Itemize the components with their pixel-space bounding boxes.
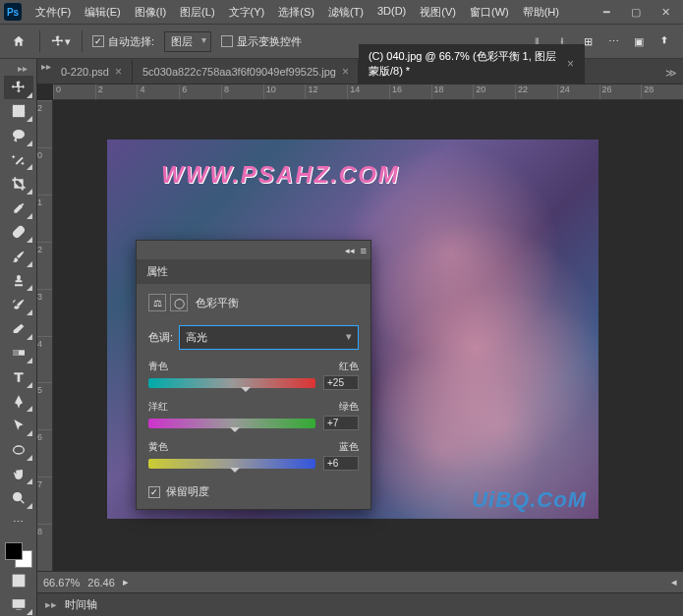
- expand-tools-icon[interactable]: ▸▸: [16, 63, 22, 75]
- fg-color[interactable]: [5, 542, 23, 560]
- status-arrow-icon[interactable]: ▸: [123, 576, 129, 588]
- properties-panel: ◂◂ ≡ 属性 ⚖ ◯ 色彩平衡 色调: 高光: [136, 240, 371, 510]
- slider-thumb[interactable]: [230, 468, 240, 477]
- healing-tool[interactable]: [4, 221, 33, 245]
- maximize-button[interactable]: ▢: [622, 1, 650, 23]
- path-select-tool[interactable]: [4, 414, 33, 437]
- ruler-vertical: 2012345678: [37, 100, 53, 571]
- preserve-luminosity[interactable]: 保留明度: [148, 484, 359, 499]
- menu-layer[interactable]: 图层(L): [174, 2, 220, 23]
- slider-yellow-blue: 黄色蓝色: [148, 440, 359, 471]
- doc-tab-active[interactable]: (C) 040.jpg @ 66.7% (色彩平衡 1, 图层蒙版/8) * ×: [359, 44, 585, 84]
- minimize-button[interactable]: ━: [593, 1, 620, 23]
- expand-tabs-icon[interactable]: ▸▸: [39, 61, 45, 73]
- menu-view[interactable]: 视图(V): [414, 2, 462, 23]
- main-content: ▸▸ 0-220.psd × 5c030a822c758aa3f6f09049e…: [37, 59, 683, 616]
- svg-point-8: [15, 577, 22, 584]
- auto-select-check[interactable]: 自动选择:: [92, 34, 154, 49]
- color-swatch[interactable]: [5, 542, 32, 567]
- stamp-tool[interactable]: [4, 269, 33, 293]
- scroll-left-icon[interactable]: ◂: [671, 576, 677, 588]
- slider-track[interactable]: [148, 378, 315, 388]
- canvas-area: 0246810121416182022242628 2012345678 WWW…: [37, 84, 683, 571]
- magic-wand-tool[interactable]: [4, 148, 33, 172]
- slider-thumb[interactable]: [241, 387, 251, 397]
- slider-cyan-red: 青色红色: [148, 360, 359, 390]
- type-tool[interactable]: [4, 365, 33, 389]
- menu-window[interactable]: 窗口(W): [464, 2, 515, 23]
- ruler-horizontal: 0246810121416182022242628: [53, 84, 683, 100]
- panel-menu-icon[interactable]: ≡: [361, 245, 367, 256]
- gradient-tool[interactable]: [4, 342, 33, 365]
- brush-tool[interactable]: [4, 245, 33, 268]
- menu-help[interactable]: 帮助(H): [517, 2, 565, 23]
- zoom-value[interactable]: 66.67%: [43, 577, 80, 588]
- panel-header[interactable]: ◂◂ ≡: [137, 241, 370, 260]
- watermark-top: WWW.PSAHZ.COM: [161, 161, 400, 189]
- lasso-tool[interactable]: [4, 124, 33, 147]
- slider-track[interactable]: [148, 419, 315, 428]
- eyedropper-tool[interactable]: [4, 196, 33, 220]
- adjustment-name: 色彩平衡: [196, 296, 239, 310]
- balance-icon: ⚖: [148, 294, 166, 311]
- svg-point-5: [13, 446, 24, 454]
- tool-panel: ▸▸ ⋯: [0, 59, 37, 616]
- checkbox-icon[interactable]: [221, 35, 233, 47]
- timeline-panel[interactable]: ▸▸ 时间轴: [37, 592, 683, 616]
- svg-rect-4: [13, 351, 19, 356]
- share-icon[interactable]: [654, 30, 675, 52]
- history-brush-tool[interactable]: [4, 293, 33, 316]
- doc-tab[interactable]: 0-220.psd ×: [51, 60, 133, 84]
- slider-value[interactable]: [323, 375, 359, 390]
- tone-label: 色调:: [148, 330, 173, 345]
- menu-file[interactable]: 文件(F): [29, 2, 77, 23]
- close-icon[interactable]: ×: [342, 65, 349, 79]
- home-icon[interactable]: [8, 30, 29, 52]
- close-icon[interactable]: ×: [115, 65, 122, 79]
- collapse-icon[interactable]: ◂◂: [345, 246, 355, 255]
- crop-tool[interactable]: [4, 172, 33, 196]
- quickmask-icon[interactable]: [4, 569, 33, 592]
- panel-tab[interactable]: 属性: [137, 260, 370, 284]
- shape-tool[interactable]: [4, 438, 33, 462]
- 3d-icon[interactable]: ▣: [628, 30, 650, 52]
- slider-value[interactable]: [323, 456, 359, 471]
- screenmode-icon[interactable]: [4, 592, 33, 616]
- checkbox-icon[interactable]: [148, 486, 160, 498]
- move-tool[interactable]: [4, 76, 33, 99]
- zoom-tool[interactable]: [4, 486, 33, 510]
- menu-edit[interactable]: 编辑(E): [79, 2, 127, 23]
- slider-value[interactable]: [323, 416, 359, 430]
- menu-filter[interactable]: 滤镜(T): [322, 2, 370, 23]
- doc-tab[interactable]: 5c030a822c758aa3f6f09049ef99525.jpg ×: [133, 60, 359, 84]
- move-tool-icon[interactable]: ▾: [50, 30, 72, 52]
- document-tabs: 0-220.psd × 5c030a822c758aa3f6f09049ef99…: [37, 59, 683, 84]
- slider-thumb[interactable]: [230, 427, 240, 437]
- svg-rect-0: [13, 105, 25, 117]
- hand-tool[interactable]: [4, 463, 33, 486]
- timeline-label: 时间轴: [65, 597, 97, 612]
- close-button[interactable]: ✕: [652, 1, 679, 23]
- tab-label: 5c030a822c758aa3f6f09049ef99525.jpg: [142, 66, 336, 78]
- menu-3d[interactable]: 3D(D): [371, 2, 412, 23]
- close-icon[interactable]: ×: [567, 57, 574, 71]
- eraser-tool[interactable]: [4, 317, 33, 341]
- mask-icon[interactable]: ◯: [170, 294, 188, 311]
- expand-icon[interactable]: ▸▸: [45, 598, 57, 611]
- show-transform-check[interactable]: 显示变换控件: [221, 34, 302, 49]
- slider-track[interactable]: [148, 459, 315, 469]
- preserve-label: 保留明度: [166, 484, 209, 499]
- marquee-tool[interactable]: [4, 100, 33, 124]
- tone-dropdown[interactable]: 高光: [179, 325, 359, 350]
- dots-icon[interactable]: ⋯: [602, 30, 624, 52]
- edit-toolbar-icon[interactable]: ⋯: [4, 511, 33, 534]
- svg-point-6: [13, 493, 21, 501]
- tab-overflow-icon[interactable]: ≫: [659, 63, 683, 84]
- tab-label: (C) 040.jpg @ 66.7% (色彩平衡 1, 图层蒙版/8) *: [369, 49, 561, 79]
- menu-image[interactable]: 图像(I): [129, 2, 172, 23]
- layer-dropdown[interactable]: 图层: [164, 31, 211, 52]
- checkbox-icon[interactable]: [92, 35, 104, 47]
- menu-type[interactable]: 文字(Y): [223, 2, 271, 23]
- pen-tool[interactable]: [4, 390, 33, 414]
- menu-select[interactable]: 选择(S): [272, 2, 320, 23]
